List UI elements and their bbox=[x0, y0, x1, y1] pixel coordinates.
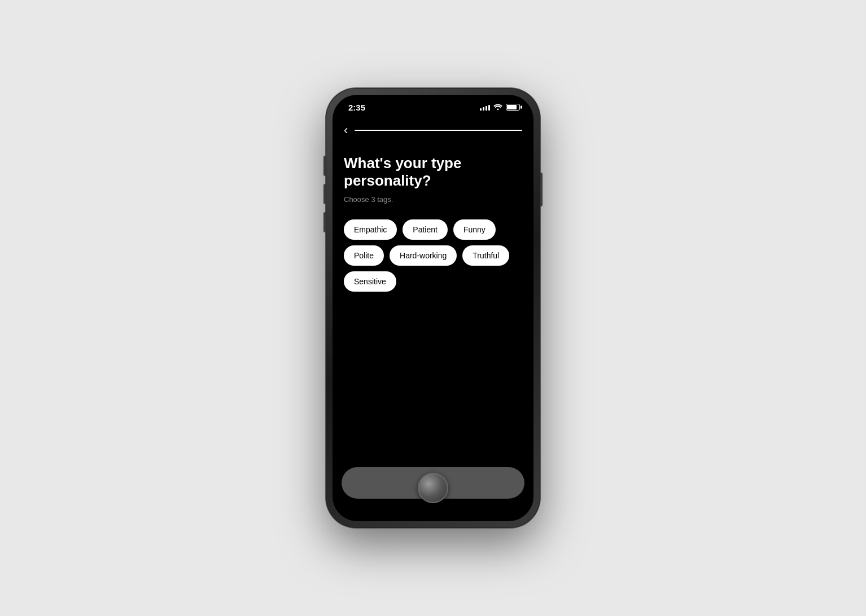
tag-truthful[interactable]: Truthful bbox=[462, 245, 509, 266]
subtitle: Choose 3 tags. bbox=[344, 195, 522, 204]
progress-bar bbox=[355, 130, 522, 131]
battery-icon bbox=[506, 104, 520, 111]
wifi-icon bbox=[493, 103, 502, 112]
phone-frame: 2:35 bbox=[326, 88, 540, 528]
finish-circle-button[interactable] bbox=[418, 473, 448, 503]
tag-hard-working[interactable]: Hard-working bbox=[390, 245, 457, 266]
status-icons bbox=[480, 103, 520, 112]
tags-container: Empathic Patient Funny Polite Hard-worki… bbox=[344, 219, 522, 292]
tag-polite[interactable]: Polite bbox=[344, 245, 384, 266]
main-content: What's your type personality? Choose 3 t… bbox=[333, 143, 533, 467]
tag-empathic[interactable]: Empathic bbox=[344, 219, 397, 240]
signal-icon bbox=[480, 104, 490, 111]
back-button[interactable]: ‹ bbox=[344, 124, 348, 137]
home-indicator-area bbox=[333, 510, 533, 521]
status-time: 2:35 bbox=[346, 103, 365, 112]
page-title: What's your type personality? bbox=[344, 155, 522, 190]
tag-sensitive[interactable]: Sensitive bbox=[344, 271, 396, 292]
finish-button-container[interactable]: Finish bbox=[342, 467, 524, 499]
phone-screen: 2:35 bbox=[333, 95, 533, 521]
bottom-bar: Finish bbox=[333, 467, 533, 510]
tag-funny[interactable]: Funny bbox=[453, 219, 496, 240]
notch bbox=[391, 95, 475, 111]
tag-patient[interactable]: Patient bbox=[403, 219, 448, 240]
nav-bar: ‹ bbox=[333, 120, 533, 143]
